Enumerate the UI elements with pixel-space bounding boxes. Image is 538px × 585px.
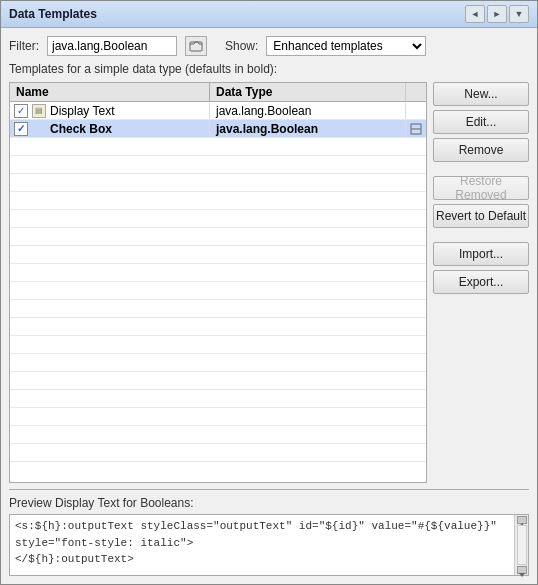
preview-section: Preview Display Text for Booleans: <s:${… xyxy=(9,489,529,576)
table-row-empty xyxy=(10,210,426,228)
table-row-empty xyxy=(10,192,426,210)
table-row-empty xyxy=(10,156,426,174)
cell-datatype: java.lang.Boolean xyxy=(210,121,406,137)
preview-box-container: <s:${h}:outputText styleClass="outputTex… xyxy=(9,514,529,576)
show-select[interactable]: Enhanced templates xyxy=(266,36,426,56)
filter-row: Filter: Show: Enhanced templates xyxy=(9,36,529,56)
table-row-empty xyxy=(10,444,426,462)
nav-dropdown-button[interactable]: ▼ xyxy=(509,5,529,23)
scroll-track xyxy=(517,525,527,565)
btn-spacer-2 xyxy=(433,232,529,238)
row-checkbox[interactable]: ✓ xyxy=(14,122,28,136)
col-name-header: Name xyxy=(10,83,210,101)
cell-name: ✓ Check Box xyxy=(10,121,210,137)
description-text: Templates for a simple data type (defaul… xyxy=(9,62,529,76)
table-row[interactable]: ✓ ▤ Display Text java.lang.Boolean xyxy=(10,102,426,120)
row-name-label: Check Box xyxy=(50,122,112,136)
browse-icon xyxy=(189,39,203,53)
table-row-empty xyxy=(10,282,426,300)
cell-name: ✓ ▤ Display Text xyxy=(10,103,210,119)
table-row-empty xyxy=(10,300,426,318)
row-spacer xyxy=(32,122,46,136)
revert-to-default-button[interactable]: Revert to Default xyxy=(433,204,529,228)
table-header: Name Data Type xyxy=(10,83,426,102)
content-area: Filter: Show: Enhanced templates Templat… xyxy=(1,28,537,584)
table-row-empty xyxy=(10,354,426,372)
col-datatype-header: Data Type xyxy=(210,83,406,101)
col-extra-header xyxy=(406,83,426,101)
svg-rect-0 xyxy=(190,42,202,51)
preview-content: <s:${h}:outputText styleClass="outputTex… xyxy=(10,515,514,575)
templates-table: Name Data Type ✓ ▤ Display Text java.lan… xyxy=(9,82,427,483)
nav-controls: ◄ ► ▼ xyxy=(465,5,529,23)
table-row-empty xyxy=(10,318,426,336)
cell-extra xyxy=(406,122,426,136)
default-indicator-icon xyxy=(409,122,423,136)
table-row-empty xyxy=(10,336,426,354)
table-body: ✓ ▤ Display Text java.lang.Boolean ✓ Che… xyxy=(10,102,426,482)
restore-removed-button[interactable]: Restore Removed xyxy=(433,176,529,200)
table-row-empty xyxy=(10,174,426,192)
scroll-up-arrow[interactable] xyxy=(517,516,527,524)
preview-line-2: </${h}:outputText> xyxy=(15,551,509,568)
import-button[interactable]: Import... xyxy=(433,242,529,266)
scroll-down-arrow[interactable] xyxy=(517,566,527,574)
data-templates-window: Data Templates ◄ ► ▼ Filter: Show: Enhan… xyxy=(0,0,538,585)
table-row-empty xyxy=(10,138,426,156)
table-row-empty xyxy=(10,228,426,246)
row-checkbox[interactable]: ✓ xyxy=(14,104,28,118)
scroll-down-icon xyxy=(518,572,526,578)
table-row-empty xyxy=(10,246,426,264)
preview-label: Preview Display Text for Booleans: xyxy=(9,496,529,510)
main-area: Name Data Type ✓ ▤ Display Text java.lan… xyxy=(9,82,529,483)
edit-button[interactable]: Edit... xyxy=(433,110,529,134)
filter-input[interactable] xyxy=(47,36,177,56)
preview-line-1: <s:${h}:outputText styleClass="outputTex… xyxy=(15,518,509,551)
preview-scrollbar[interactable] xyxy=(514,515,528,575)
table-row-empty xyxy=(10,408,426,426)
action-buttons: New... Edit... Remove Restore Removed Re… xyxy=(433,82,529,483)
remove-button[interactable]: Remove xyxy=(433,138,529,162)
btn-spacer-1 xyxy=(433,166,529,172)
filter-label: Filter: xyxy=(9,39,39,53)
template-icon: ▤ xyxy=(32,104,46,118)
table-row-empty xyxy=(10,372,426,390)
row-name-label: Display Text xyxy=(50,104,114,118)
svg-marker-4 xyxy=(519,573,525,577)
cell-datatype: java.lang.Boolean xyxy=(210,103,406,119)
nav-back-button[interactable]: ◄ xyxy=(465,5,485,23)
table-row-empty xyxy=(10,264,426,282)
table-row-empty xyxy=(10,390,426,408)
new-button[interactable]: New... xyxy=(433,82,529,106)
table-row-empty xyxy=(10,426,426,444)
show-label: Show: xyxy=(225,39,258,53)
nav-forward-button[interactable]: ► xyxy=(487,5,507,23)
filter-browse-button[interactable] xyxy=(185,36,207,56)
window-title: Data Templates xyxy=(9,7,97,21)
table-row[interactable]: ✓ Check Box java.lang.Boolean xyxy=(10,120,426,138)
title-bar: Data Templates ◄ ► ▼ xyxy=(1,1,537,28)
export-button[interactable]: Export... xyxy=(433,270,529,294)
